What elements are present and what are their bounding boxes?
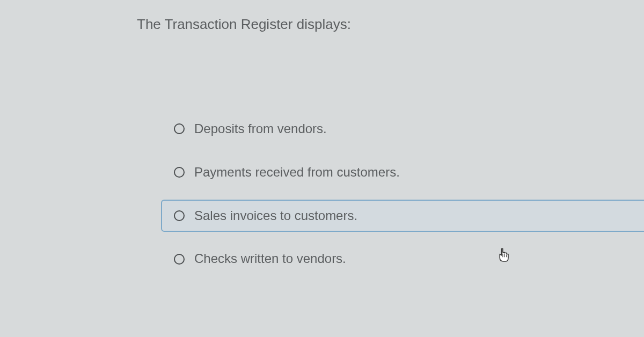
radio-icon [174,254,185,265]
options-list: Deposits from vendors. Payments received… [161,113,644,286]
option-deposits-vendors[interactable]: Deposits from vendors. [161,113,644,145]
radio-icon [174,167,185,178]
option-label: Checks written to vendors. [194,251,346,267]
option-checks-vendors[interactable]: Checks written to vendors. [161,243,644,275]
question-prompt: The Transaction Register displays: [137,16,351,33]
option-payments-customers[interactable]: Payments received from customers. [161,156,644,189]
option-sales-invoices[interactable]: Sales invoices to customers. [161,200,644,232]
radio-icon [174,123,185,134]
option-label: Deposits from vendors. [194,121,327,137]
option-label: Payments received from customers. [194,165,400,180]
option-label: Sales invoices to customers. [194,208,357,224]
radio-icon [174,210,185,221]
